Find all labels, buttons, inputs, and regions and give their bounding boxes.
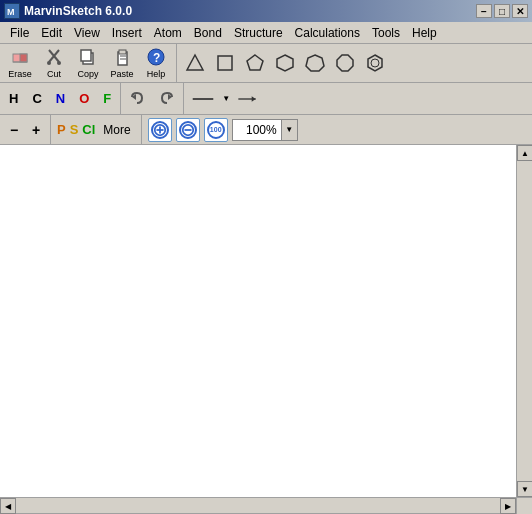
copy-button[interactable]: Copy: [72, 47, 104, 79]
title-text: MarvinSketch 6.0.0: [24, 4, 132, 18]
square-button[interactable]: [211, 49, 239, 77]
zoom-input-wrap: ▼: [232, 119, 298, 141]
menu-tools[interactable]: Tools: [366, 24, 406, 42]
benzene-button[interactable]: [361, 49, 389, 77]
atom-P-button[interactable]: P: [57, 122, 66, 137]
main-area: ▲ ▼: [0, 145, 532, 497]
zoom-dropdown-button[interactable]: ▼: [282, 119, 298, 141]
title-bar-left: M MarvinSketch 6.0.0: [4, 3, 132, 19]
triangle-icon: [185, 53, 205, 73]
bond-line-icon: [191, 89, 215, 109]
copy-label: Copy: [77, 69, 98, 79]
paste-button[interactable]: Paste: [106, 47, 138, 79]
svg-text:M: M: [7, 7, 15, 17]
hexagon-icon: [275, 53, 295, 73]
pentagon-button[interactable]: [241, 49, 269, 77]
erase-label: Erase: [8, 69, 32, 79]
menu-bond[interactable]: Bond: [188, 24, 228, 42]
cut-button[interactable]: Cut: [38, 47, 70, 79]
atom-H-button[interactable]: H: [4, 88, 23, 109]
triangle-button[interactable]: [181, 49, 209, 77]
svg-point-7: [47, 61, 51, 65]
octagon-button[interactable]: [331, 49, 359, 77]
svg-rect-10: [81, 50, 91, 61]
svg-text:?: ?: [153, 51, 160, 65]
menu-bar: File Edit View Insert Atom Bond Structur…: [0, 22, 532, 44]
vertical-scrollbar[interactable]: ▲ ▼: [516, 145, 532, 497]
menu-structure[interactable]: Structure: [228, 24, 289, 42]
hexagon-button[interactable]: [271, 49, 299, 77]
scroll-track-vertical: [517, 161, 532, 481]
svg-marker-17: [187, 55, 203, 70]
shape-toolbar: [177, 44, 393, 82]
paste-label: Paste: [110, 69, 133, 79]
svg-marker-29: [252, 96, 256, 101]
benzene-icon: [365, 53, 385, 73]
help-icon: ?: [147, 48, 165, 68]
extra-atom-toolbar: P S Cl More: [51, 115, 142, 144]
zoom-100-button[interactable]: 100: [204, 118, 228, 142]
scroll-track-horizontal: [16, 498, 500, 513]
undo-icon: [128, 89, 148, 109]
erase-button[interactable]: Erase: [4, 47, 36, 79]
scroll-right-arrow[interactable]: ▶: [500, 498, 516, 514]
menu-atom[interactable]: Atom: [148, 24, 188, 42]
plus-charge-button[interactable]: +: [26, 120, 46, 140]
horizontal-scrollbar: ◀ ▶: [0, 498, 516, 513]
heptagon-button[interactable]: [301, 49, 329, 77]
zoom-input[interactable]: [232, 119, 282, 141]
menu-view[interactable]: View: [68, 24, 106, 42]
redo-button[interactable]: [153, 87, 179, 111]
scroll-left-arrow[interactable]: ◀: [0, 498, 16, 514]
bond-line-button[interactable]: [190, 87, 216, 111]
atom-F-button[interactable]: F: [98, 88, 116, 109]
minus-charge-button[interactable]: −: [4, 120, 24, 140]
menu-file[interactable]: File: [4, 24, 35, 42]
zoom-out-icon: [179, 121, 197, 139]
cut-icon: [45, 48, 63, 68]
undo-button[interactable]: [125, 87, 151, 111]
erase-icon: [11, 48, 29, 68]
atom-N-button[interactable]: N: [51, 88, 70, 109]
atom-toolbar: H C N O F: [0, 83, 121, 114]
scroll-up-arrow[interactable]: ▲: [517, 145, 532, 161]
paste-icon: [113, 48, 131, 68]
menu-insert[interactable]: Insert: [106, 24, 148, 42]
title-bar-controls: − □ ✕: [476, 4, 528, 18]
atom-O-button[interactable]: O: [74, 88, 94, 109]
scroll-down-arrow[interactable]: ▼: [517, 481, 532, 497]
square-icon: [215, 53, 235, 73]
zoom-out-button[interactable]: [176, 118, 200, 142]
minimize-button[interactable]: −: [476, 4, 492, 18]
svg-rect-18: [218, 56, 232, 70]
svg-marker-20: [277, 55, 293, 71]
copy-icon: [79, 48, 97, 68]
maximize-button[interactable]: □: [494, 4, 510, 18]
menu-calculations[interactable]: Calculations: [289, 24, 366, 42]
atom-S-button[interactable]: S: [70, 122, 79, 137]
arrow-icon: [237, 89, 261, 109]
octagon-icon: [335, 53, 355, 73]
drawing-canvas[interactable]: [0, 145, 516, 497]
svg-marker-19: [247, 55, 263, 70]
svg-marker-23: [368, 55, 382, 71]
redo-icon: [156, 89, 176, 109]
zoom-toolbar: − + P S Cl More: [0, 115, 532, 145]
menu-help[interactable]: Help: [406, 24, 443, 42]
atom-Cl-button[interactable]: Cl: [82, 122, 95, 137]
zoom-in-button[interactable]: [148, 118, 172, 142]
bond-dropdown-button[interactable]: ▼: [220, 89, 232, 109]
help-button[interactable]: ? Help: [140, 47, 172, 79]
charge-toolbar: − +: [0, 115, 51, 144]
arrow-button[interactable]: [236, 87, 262, 111]
close-button[interactable]: ✕: [512, 4, 528, 18]
more-button[interactable]: More: [99, 121, 134, 139]
svg-rect-3: [20, 54, 27, 62]
menu-edit[interactable]: Edit: [35, 24, 68, 42]
atom-C-button[interactable]: C: [27, 88, 46, 109]
svg-point-8: [57, 61, 61, 65]
zoom-in-icon: [151, 121, 169, 139]
help-label: Help: [147, 69, 166, 79]
app-icon: M: [4, 3, 20, 19]
pentagon-icon: [245, 53, 265, 73]
